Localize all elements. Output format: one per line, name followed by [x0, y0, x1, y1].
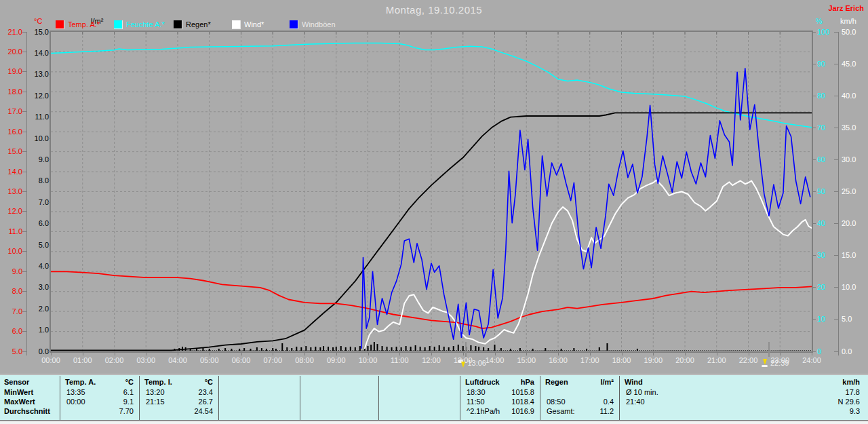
axis-tick-label: 5.0	[27, 241, 49, 250]
rain-intensity-bar	[239, 349, 240, 351]
x-axis-label: 06:00	[226, 356, 257, 364]
legend-label-1: Temp. A.*	[68, 20, 100, 28]
rain-intensity-bar	[328, 347, 329, 351]
series-temp-a-	[51, 271, 812, 328]
axis-tick-label: 15.0	[2, 147, 22, 156]
table-col-unit: hPa	[460, 377, 534, 387]
x-axis-tick	[51, 352, 52, 355]
axis-tick-label: 30	[817, 251, 835, 260]
event-marker-time: 22:39	[770, 359, 789, 367]
table-cell-value: 24.54	[139, 406, 213, 416]
table-cell-value: 23.4	[139, 387, 213, 397]
axis-tick	[22, 111, 26, 112]
table-row-label: Durchschnitt	[4, 406, 50, 416]
axis-tick	[47, 180, 51, 181]
axis-tick-label: 45.0	[842, 60, 862, 69]
axis-tick	[812, 96, 816, 96]
axis-tick-label: 0.0	[842, 347, 862, 356]
table-cell-value: 9.3	[619, 406, 860, 416]
axis-tick-label: 3.0	[27, 283, 49, 292]
axis-tick-label: 50.0	[842, 28, 862, 37]
axis-tick	[47, 96, 51, 96]
event-marker-time: 13:06	[467, 359, 486, 367]
rain-intensity-bar	[332, 347, 334, 351]
rain-intensity-bar	[406, 346, 407, 351]
axis-tick	[47, 202, 51, 203]
axis-tick-label: 10.0	[842, 283, 862, 292]
axis-tick-label: 10.0	[2, 247, 22, 256]
rain-intensity-bar	[519, 348, 521, 351]
rain-intensity-bar	[286, 347, 288, 351]
event-marker-line	[768, 342, 770, 357]
rain-intensity-bar	[218, 349, 220, 351]
rain-intensity-bar	[510, 349, 511, 351]
axis-tick	[47, 287, 51, 288]
x-axis-label: 08:00	[289, 356, 320, 364]
event-marker-icon	[458, 359, 466, 368]
x-axis-tick	[178, 352, 178, 355]
rain-intensity-bar	[434, 347, 435, 351]
rain-intensity-bar	[382, 346, 383, 351]
table-row-label: Sensor	[4, 377, 29, 387]
axis-tick	[834, 351, 838, 352]
x-axis-tick	[368, 352, 369, 355]
table-cell-value: 1015.8	[460, 387, 534, 397]
axis-tick-label: 21.0	[2, 28, 22, 37]
axis-tick-label: 11.0	[2, 227, 22, 236]
x-axis-tick	[812, 352, 812, 355]
x-axis-tick	[273, 352, 273, 355]
rain-intensity-bar	[291, 348, 292, 351]
x-axis-tick	[146, 352, 146, 355]
axis-tick-label: 2.0	[27, 305, 49, 313]
legend-swatch-2	[114, 20, 123, 29]
axis-tick	[834, 191, 838, 192]
axis-tick	[47, 74, 51, 75]
axis-tick	[812, 159, 816, 160]
table-row-label: MaxWert	[4, 397, 35, 406]
table-col-unit: °C	[139, 377, 213, 387]
axis-tick-label: 9.0	[2, 267, 22, 276]
axis-tick	[812, 191, 816, 192]
author-label: Jarz Erich	[828, 4, 864, 12]
axis-tick	[22, 291, 26, 292]
x-axis-label: 18:00	[606, 356, 637, 364]
rain-intensity-bar	[425, 347, 426, 351]
axis-tick	[22, 172, 26, 172]
axis-tick	[834, 128, 838, 128]
table-divider	[378, 376, 379, 420]
rain-intensity-bar	[453, 346, 454, 351]
rain-intensity-bar	[374, 342, 375, 351]
axis-tick	[22, 211, 26, 212]
axis-tick	[22, 251, 26, 252]
x-axis-tick	[653, 352, 654, 355]
rain-intensity-bar	[573, 348, 574, 351]
axis-tick-label: 5.0	[842, 315, 862, 324]
x-axis-tick	[304, 352, 305, 355]
axis-tick	[834, 32, 838, 33]
rain-intensity-bar	[272, 348, 273, 351]
rain-intensity-bar	[396, 347, 397, 351]
axis-tick	[47, 266, 51, 267]
axis-tick-label: 70	[817, 123, 835, 132]
rain-intensity-bar	[266, 349, 267, 351]
x-axis-tick	[622, 352, 623, 355]
table-col-unit: km/h	[619, 377, 860, 387]
axis-tick-label: 20	[817, 283, 835, 292]
x-axis-label: 04:00	[162, 356, 193, 364]
axis-tick	[22, 191, 26, 192]
axis-tick	[834, 96, 838, 96]
table-row-label: MinWert	[4, 387, 33, 397]
axis-tick-label: 0	[817, 347, 835, 356]
axis-tick-label: 40	[817, 219, 835, 228]
rain-intensity-bar	[355, 347, 356, 351]
axis-tick	[812, 223, 816, 224]
rain-intensity-bar	[209, 349, 210, 351]
axis-tick-label: 19.0	[2, 67, 22, 76]
x-axis-label: 05:00	[194, 356, 225, 364]
x-axis-label: 01:00	[67, 356, 98, 364]
x-axis-tick	[685, 352, 686, 355]
table-divider	[300, 376, 300, 420]
rain-intensity-bar	[387, 347, 388, 351]
rain-intensity-bar	[340, 346, 342, 351]
rain-intensity-bar	[368, 346, 369, 351]
